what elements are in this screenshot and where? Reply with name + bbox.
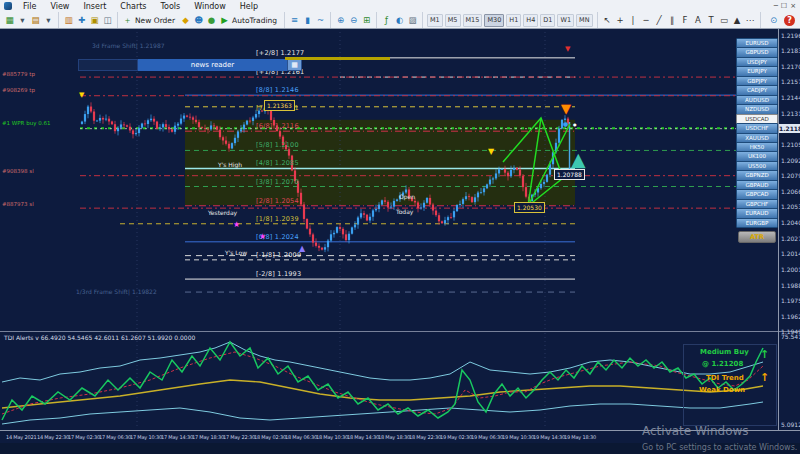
chart-annotation: Today — [396, 208, 413, 215]
murrey-level-label: [6/8] 1.2116 — [256, 122, 299, 130]
timeframe-h1-button[interactable]: H1 — [506, 14, 521, 27]
timeframe-m15-button[interactable]: M15 — [463, 14, 483, 27]
close-button[interactable]: × — [790, 2, 796, 10]
web-icon[interactable]: ● — [205, 14, 218, 27]
timeframe-w1-button[interactable]: W1 — [557, 14, 574, 27]
timeframe-mn-button[interactable]: MN — [576, 14, 592, 27]
tile-windows-icon[interactable]: ⊞ — [360, 14, 373, 27]
chart-annotation: Y's High — [218, 161, 242, 168]
news-reader-button[interactable]: ▦ — [287, 59, 302, 71]
murrey-level-label: [4/8] 1.2085 — [256, 159, 299, 167]
activate-windows-watermark: Activate Windows — [642, 424, 749, 438]
restore-button[interactable]: ☐ — [781, 2, 787, 10]
more-tools-icon[interactable]: ⋯ — [744, 14, 757, 27]
menu-window[interactable]: Window — [187, 0, 233, 12]
time-axis-label: 17 May 14:30 — [161, 434, 193, 440]
tdi-signal-line3: TDI Trend — [706, 374, 744, 382]
menu-tools[interactable]: Tools — [153, 0, 187, 12]
vertical-line-icon[interactable]: | — [627, 14, 640, 27]
timeframe-m1-button[interactable]: M1 — [427, 14, 443, 27]
tdi-axis-bottom-value: 5.0912 — [781, 421, 800, 428]
dropdown-icon[interactable]: ▾ — [42, 14, 55, 27]
zoom-out-icon[interactable]: ⊖ — [347, 14, 360, 27]
search-icon[interactable]: ⊙ — [767, 14, 780, 27]
time-axis-label: 18 May 22:30 — [409, 434, 441, 440]
timeframe-m30-button[interactable]: M30 — [484, 14, 504, 27]
price-axis-tick: 1.21570 — [781, 78, 800, 85]
violet-up-arrow-icon: ▲ — [299, 245, 305, 253]
community-icon[interactable]: ☻ — [192, 14, 205, 27]
time-axis-label: 19 May 06:30 — [471, 434, 503, 440]
chart-annotation: Open — [399, 193, 415, 200]
new-order-button[interactable]: ＋ — [121, 14, 134, 27]
chart-area[interactable]: news reader ▦ — [0, 28, 800, 454]
time-axis-label: 17 May 18:30 — [192, 434, 224, 440]
periods-icon[interactable]: ◐ — [393, 14, 406, 27]
profiles-icon[interactable]: ▤ — [29, 14, 42, 27]
market-watch-icon[interactable]: ▥ — [62, 14, 75, 27]
timeframe-h4-button[interactable]: H4 — [523, 14, 538, 27]
menu-help[interactable]: Help — [233, 0, 265, 12]
symbol-button-eurgbp[interactable]: EURGBP — [736, 218, 778, 229]
menu-charts[interactable]: Charts — [113, 0, 153, 12]
time-axis-label: 14 May 22:30 — [37, 434, 69, 440]
zoom-in-icon[interactable]: ⊕ — [334, 14, 347, 27]
arrows-icon[interactable]: ▲ — [731, 14, 744, 27]
label-icon[interactable]: T — [705, 14, 718, 27]
text-icon[interactable]: A — [692, 14, 705, 27]
magenta-star-icon: ★ — [259, 233, 266, 241]
frame-shift-top-label: 3d Frame Shift| 1.21987 — [92, 42, 165, 49]
timeframe-d1-button[interactable]: D1 — [540, 14, 555, 27]
bar-chart-icon[interactable]: ≡ — [288, 14, 301, 27]
cursor-icon[interactable]: ↖ — [601, 14, 614, 27]
price-axis-tick: 1.19620 — [781, 313, 800, 320]
line-chart-icon[interactable]: ~ — [314, 14, 327, 27]
navigator-icon[interactable]: ✚ — [75, 14, 88, 27]
atr-button[interactable]: ATR — [738, 231, 776, 243]
tdi-signal-panel: Medium Buy @ 1.21208 ↑ TDI Trend Weak Do… — [683, 344, 777, 426]
new-chart-icon[interactable]: ▦ — [3, 14, 16, 27]
menu-view[interactable]: View — [43, 0, 76, 12]
murrey-level-label: [1/8] 1.2039 — [256, 215, 299, 223]
timeframe-m5-button[interactable]: M5 — [445, 14, 461, 27]
candle-chart-icon[interactable]: ▮ — [301, 14, 314, 27]
order-line-label: #908398 sl — [2, 168, 34, 174]
price-axis-tick: 1.21440 — [781, 94, 800, 101]
white-dot-marker-icon: ● — [573, 123, 577, 127]
crosshair-icon[interactable]: + — [614, 14, 627, 27]
time-axis-label: 19 May 10:30 — [502, 434, 534, 440]
time-axis-label: 17 May 02:30 — [68, 434, 100, 440]
current-price-box: 1.21181 — [779, 124, 800, 133]
strategy-tester-icon[interactable]: ◫ — [101, 14, 114, 27]
time-axis-label: 19 May 14:30 — [533, 434, 565, 440]
buy-up-arrow-icon: ↑ — [760, 348, 769, 361]
alerts-icon[interactable]: ◆ — [179, 14, 192, 27]
channel-icon[interactable]: ∥ — [666, 14, 679, 27]
help-icon[interactable]: ? — [784, 15, 795, 26]
menu-insert[interactable]: Insert — [76, 0, 113, 12]
tdi-window-separator[interactable] — [0, 331, 800, 332]
red-sell-arrow-icon: ▼ — [565, 46, 570, 53]
cyan-buy-triangle-icon: ▲ — [571, 150, 586, 169]
price-axis-tick: 1.21310 — [781, 110, 800, 117]
price-axis-tick: 1.20010 — [781, 266, 800, 273]
menu-file[interactable]: File — [16, 0, 43, 12]
horizontal-line-icon[interactable]: ─ — [640, 14, 653, 27]
news-ticker-bar — [285, 57, 390, 60]
trend-up-arrow-icon: ↑ — [760, 371, 769, 384]
templates-icon[interactable]: ▨ — [406, 14, 419, 27]
minimize-button[interactable]: ─ — [774, 2, 778, 10]
trendline-icon[interactable]: ╱ — [653, 14, 666, 27]
news-reader-bar[interactable]: news reader ▦ — [78, 59, 302, 71]
price-tag: 1.20530 — [514, 202, 545, 213]
autotrading-button[interactable]: ▶ — [218, 14, 231, 27]
shapes-icon[interactable]: ▭ — [718, 14, 731, 27]
murrey-level-label: [8/8] 1.2146 — [256, 86, 299, 94]
news-reader-left-panel — [78, 59, 138, 71]
fibonacci-icon[interactable]: F — [679, 14, 692, 27]
time-axis-label: 18 May 18:30 — [378, 434, 410, 440]
terminal-icon[interactable]: ▣ — [88, 14, 101, 27]
dropdown-icon[interactable]: ▾ — [16, 14, 29, 27]
price-axis-tick: 1.20270 — [781, 235, 800, 242]
indicators-icon[interactable]: ƒ — [380, 14, 393, 27]
